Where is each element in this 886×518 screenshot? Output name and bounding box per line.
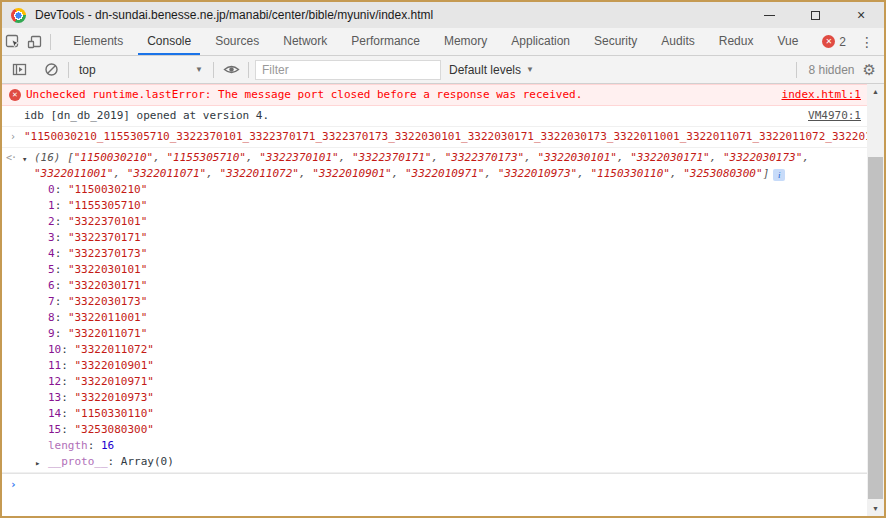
create-live-expression-button[interactable]: [218, 57, 244, 83]
maximize-icon: [811, 11, 820, 20]
tab-strip: ElementsConsoleSourcesNetworkPerformance…: [61, 28, 810, 55]
array-entry: 1: "1155305710": [2, 198, 827, 214]
proto-value: Array(0): [121, 455, 174, 468]
array-entry: 8: "3322011001": [2, 310, 827, 326]
separator: [68, 62, 69, 78]
tab-application[interactable]: Application: [502, 28, 579, 55]
console-error-message: ✕ Unchecked runtime.lastError: The messa…: [2, 84, 867, 106]
array-entry: 0: "1150030210": [2, 182, 827, 198]
minimize-button[interactable]: [746, 2, 792, 28]
open-bracket: [: [67, 151, 74, 164]
log-levels-dropdown[interactable]: Default levels ▼: [449, 63, 534, 77]
javascript-context-selector[interactable]: top ▼: [73, 63, 209, 77]
separator: [796, 62, 797, 78]
array-entries: 0: "1150030210"1: "1155305710"2: "332237…: [2, 182, 827, 438]
array-entry: 4: "3322370173": [2, 246, 827, 262]
array-length-row: length: 16: [2, 438, 827, 454]
inspect-cursor-icon: [5, 34, 21, 50]
chevron-down-icon: ▼: [195, 65, 209, 74]
array-entry: 10: "3322011072": [2, 342, 827, 358]
devtools-tab-bar: ElementsConsoleSourcesNetworkPerformance…: [2, 28, 884, 56]
scrollbar[interactable]: ▲ ▼: [867, 84, 884, 516]
array-preview: ▾(16) ["1150030210", "1155305710", "3322…: [2, 150, 827, 182]
tab-vue[interactable]: Vue: [768, 28, 807, 55]
array-entry: 5: "3322030101": [2, 262, 827, 278]
log-levels-label: Default levels: [449, 63, 521, 77]
array-entry: 7: "3322030173": [2, 294, 827, 310]
length-value: 16: [101, 439, 114, 452]
tab-sources[interactable]: Sources: [206, 28, 268, 55]
array-entry: 6: "3322030171": [2, 278, 827, 294]
tab-audits[interactable]: Audits: [652, 28, 703, 55]
scrollbar-thumb[interactable]: [868, 157, 883, 499]
array-preview-items: "1150030210", "1155305710", "3322370101"…: [34, 151, 809, 180]
expression-code: "1150030210_1155305710_3322370101_332237…: [24, 130, 884, 143]
array-entry: 11: "3322010901": [2, 358, 827, 374]
close-bracket: ]: [763, 167, 770, 180]
array-entry: 9: "3322011071": [2, 326, 827, 342]
tab-security[interactable]: Security: [585, 28, 646, 55]
devtools-window: DevTools - dn-sundai.benesse.ne.jp/manab…: [0, 0, 886, 518]
eye-icon: [223, 61, 240, 78]
tab-elements[interactable]: Elements: [64, 28, 132, 55]
more-options-button[interactable]: ⋮: [860, 34, 874, 50]
error-count: 2: [839, 35, 846, 49]
array-entry: 14: "1150330110": [2, 406, 827, 422]
close-button[interactable]: ×: [838, 2, 884, 28]
separator: [248, 62, 249, 78]
chrome-logo-icon: [11, 8, 26, 23]
minimize-icon: [764, 15, 775, 16]
proto-row: ▸__proto__: Array(0): [2, 454, 827, 470]
tab-network[interactable]: Network: [274, 28, 336, 55]
window-controls: ×: [746, 2, 884, 28]
array-entry: 2: "3322370101": [2, 214, 827, 230]
window-title: DevTools - dn-sundai.benesse.ne.jp/manab…: [35, 8, 433, 22]
close-icon: ×: [857, 8, 865, 22]
error-icon: ✕: [9, 89, 21, 101]
console-result: <· ▾(16) ["1150030210", "1155305710", "3…: [2, 148, 867, 473]
array-entry: 15: "3253080300": [2, 422, 827, 438]
toggle-device-toolbar-button[interactable]: [24, 29, 46, 55]
source-link[interactable]: VM4970:1: [808, 108, 861, 124]
error-badge-icon: ✕: [822, 35, 835, 48]
collapse-triangle-icon[interactable]: ▾: [22, 151, 27, 167]
clear-console-icon: [44, 62, 59, 77]
scroll-down-button[interactable]: ▼: [867, 501, 884, 516]
console-settings-button[interactable]: ⚙: [863, 61, 876, 79]
array-count: (16): [34, 151, 67, 164]
array-entry: 13: "3322010973": [2, 390, 827, 406]
expand-triangle-icon[interactable]: ▸: [35, 455, 40, 471]
console-sidebar-icon: [12, 62, 27, 77]
array-entry: 3: "3322370171": [2, 230, 827, 246]
console-prompt[interactable]: ›: [2, 473, 867, 516]
array-entry: 12: "3322010971": [2, 374, 827, 390]
proto-key: __proto__: [48, 455, 108, 468]
info-icon: i: [773, 169, 785, 181]
tab-performance[interactable]: Performance: [342, 28, 429, 55]
tab-console[interactable]: Console: [138, 28, 200, 55]
log-text: idb [dn_db_2019] opened at version 4.: [24, 109, 269, 122]
console-body: ✕ Unchecked runtime.lastError: The messa…: [2, 84, 884, 516]
console-expression: › "1150030210_1155305710_3322370101_3322…: [2, 127, 867, 148]
device-toolbar-icon: [27, 34, 43, 50]
tab-memory[interactable]: Memory: [435, 28, 496, 55]
prompt-chevron-icon: ›: [10, 477, 17, 493]
clear-console-button[interactable]: [38, 57, 64, 83]
context-label: top: [79, 63, 96, 77]
console-toolbar: top ▼ Default levels ▼ 8 hidden ⚙: [2, 56, 884, 84]
separator: [213, 62, 214, 78]
hidden-messages-count: 8 hidden: [809, 63, 855, 77]
source-link[interactable]: index.html:1: [782, 87, 861, 103]
console-log-message: idb [dn_db_2019] opened at version 4. VM…: [2, 106, 867, 127]
length-key: length: [48, 439, 88, 452]
maximize-button[interactable]: [792, 2, 838, 28]
show-console-sidebar-button[interactable]: [6, 57, 32, 83]
input-chevron-icon: ›: [10, 129, 16, 145]
tab-redux[interactable]: Redux: [710, 28, 763, 55]
chevron-down-icon: ▼: [526, 65, 534, 74]
filter-input[interactable]: [255, 60, 441, 80]
inspect-element-button[interactable]: [2, 29, 24, 55]
scroll-up-button[interactable]: ▲: [867, 84, 884, 99]
error-count-badge[interactable]: ✕ 2: [822, 35, 846, 49]
title-bar: DevTools - dn-sundai.benesse.ne.jp/manab…: [2, 2, 884, 28]
